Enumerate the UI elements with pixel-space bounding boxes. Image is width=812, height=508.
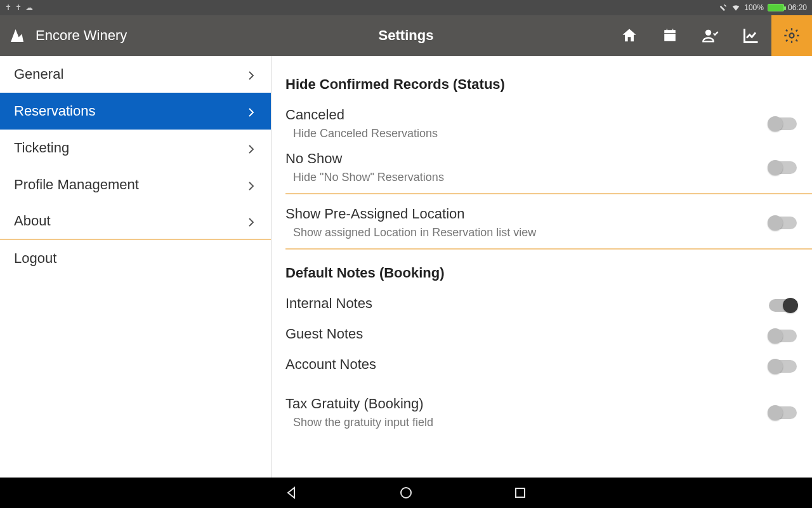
setting-title: Account Notes <box>285 356 794 373</box>
chevron-right-icon <box>246 215 257 227</box>
setting-subtitle: Hide "No Show" Reservations <box>285 171 794 184</box>
brand-title: Encore Winery <box>36 27 127 44</box>
android-status-bar: ✝ ✝ ☁ 100% 06:20 <box>0 0 812 15</box>
setting-subtitle: Show the gratuity input field <box>285 416 794 429</box>
nav-home-button[interactable] <box>393 480 419 505</box>
home-button[interactable] <box>609 15 650 56</box>
home-icon <box>620 27 638 44</box>
settings-content: Hide Confirmed Records (Status) Canceled… <box>272 56 812 478</box>
setting-title: Tax Gratuity (Booking) <box>285 396 794 412</box>
sidebar-item-reservations[interactable]: Reservations <box>0 93 271 130</box>
section-header-default-notes: Default Notes (Booking) <box>280 256 812 290</box>
setting-title: Internal Notes <box>285 295 794 312</box>
setting-no-show[interactable]: No Show Hide "No Show" Reservations <box>280 145 812 189</box>
setting-pre-assigned-location[interactable]: Show Pre-Assigned Location Show assigned… <box>280 201 812 244</box>
vibrate-icon <box>719 3 728 12</box>
chevron-right-icon <box>246 142 257 154</box>
setting-subtitle: Hide Canceled Reservations <box>285 127 794 140</box>
setting-guest-notes[interactable]: Guest Notes <box>280 321 812 351</box>
setting-account-notes[interactable]: Account Notes <box>280 351 812 382</box>
sync-icon: ✝ <box>15 3 22 12</box>
toggle-canceled[interactable] <box>769 117 797 130</box>
reports-button[interactable] <box>731 15 771 56</box>
battery-percent: 100% <box>744 3 764 12</box>
setting-subtitle: Show assigned Location in Reservation li… <box>285 226 794 239</box>
nfc-icon: ✝ <box>5 3 11 12</box>
chevron-right-icon <box>246 179 257 190</box>
setting-internal-notes[interactable]: Internal Notes <box>280 290 812 321</box>
sidebar-item-profile-management[interactable]: Profile Management <box>0 166 271 203</box>
brand-logo-icon[interactable] <box>8 26 27 45</box>
sidebar-item-label: Profile Management <box>14 177 139 193</box>
battery-icon <box>768 4 784 11</box>
toggle-guest-notes[interactable] <box>769 330 797 342</box>
setting-title: No Show <box>285 150 794 167</box>
setting-title: Guest Notes <box>285 326 794 342</box>
sidebar-item-general[interactable]: General <box>0 56 271 93</box>
toggle-no-show[interactable] <box>769 161 797 174</box>
svg-rect-3 <box>516 488 525 497</box>
divider <box>285 193 812 194</box>
setting-canceled[interactable]: Canceled Hide Canceled Reservations <box>280 102 812 145</box>
square-recent-icon <box>513 485 528 500</box>
app-bar: Encore Winery Settings <box>0 15 812 56</box>
toggle-pre-assigned[interactable] <box>769 217 797 229</box>
section-header-hide-confirmed: Hide Confirmed Records (Status) <box>280 67 812 102</box>
person-check-icon <box>702 27 719 44</box>
page-title: Settings <box>379 27 434 44</box>
sidebar-item-label: Logout <box>14 250 56 267</box>
setting-title: Show Pre-Assigned Location <box>285 206 794 222</box>
triangle-back-icon <box>284 485 299 500</box>
sidebar-item-logout[interactable]: Logout <box>0 240 271 277</box>
settings-button[interactable] <box>771 15 812 56</box>
sidebar-item-label: Ticketing <box>14 140 69 156</box>
divider <box>285 248 812 250</box>
guest-button[interactable] <box>690 15 731 56</box>
nav-back-button[interactable] <box>279 480 304 505</box>
chevron-right-icon <box>246 105 257 117</box>
calendar-button[interactable] <box>650 15 690 56</box>
settings-sidebar: General Reservations Ticketing Profile M… <box>0 56 272 478</box>
calendar-icon <box>661 27 679 44</box>
svg-point-0 <box>705 30 711 36</box>
setting-title: Canceled <box>285 107 794 123</box>
toggle-internal-notes[interactable] <box>769 299 797 312</box>
chart-line-icon <box>742 27 760 44</box>
circle-home-icon <box>398 485 414 500</box>
cloud-icon: ☁ <box>25 3 33 12</box>
svg-point-1 <box>790 34 794 38</box>
setting-tax-gratuity[interactable]: Tax Gratuity (Booking) Show the gratuity… <box>280 391 812 434</box>
chevron-right-icon <box>246 69 257 80</box>
android-nav-bar <box>0 478 812 508</box>
sidebar-item-ticketing[interactable]: Ticketing <box>0 130 271 166</box>
sidebar-item-label: Reservations <box>14 103 95 119</box>
gear-icon <box>783 27 801 44</box>
clock: 06:20 <box>788 3 807 12</box>
sidebar-item-about[interactable]: About <box>0 203 271 240</box>
toggle-tax-gratuity[interactable] <box>769 406 797 419</box>
wifi-icon <box>731 3 740 12</box>
nav-recent-button[interactable] <box>508 480 533 505</box>
toggle-account-notes[interactable] <box>769 360 797 373</box>
svg-point-2 <box>401 488 411 498</box>
sidebar-item-label: About <box>14 213 51 229</box>
sidebar-item-label: General <box>14 66 63 83</box>
